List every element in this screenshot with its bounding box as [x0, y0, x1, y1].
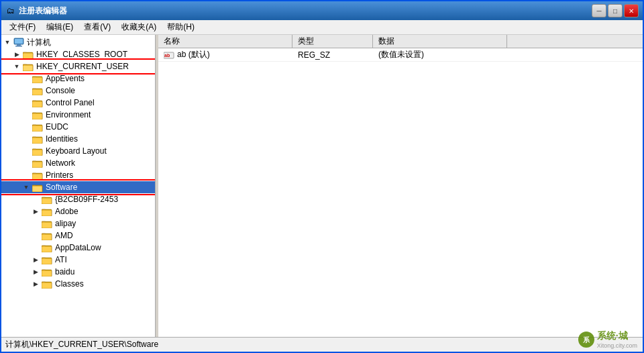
- expand-arrow-computer[interactable]: [3, 38, 12, 47]
- expand-arrow-network[interactable]: [21, 158, 31, 168]
- tree-item-appevents[interactable]: AppEvents: [1, 72, 155, 85]
- svg-rect-50: [42, 222, 52, 228]
- folder-icon-computer: [13, 38, 24, 47]
- expand-arrow-hkey_classes_root[interactable]: [12, 50, 21, 59]
- folder-icon-identities: [32, 134, 43, 144]
- column-header: 名称 类型 数据: [158, 35, 643, 48]
- expand-arrow-appevents[interactable]: [21, 74, 31, 83]
- tree-item-hkey_classes_root[interactable]: HKEY_CLASSES_ROOT: [1, 48, 155, 60]
- expand-arrow-console[interactable]: [21, 86, 31, 95]
- menu-item-h[interactable]: 帮助(H): [162, 20, 200, 34]
- title-bar-buttons: ─ □ ✕: [592, 4, 639, 17]
- expand-arrow-eudc[interactable]: [21, 122, 31, 132]
- minimize-button[interactable]: ─: [592, 4, 606, 17]
- tree-item-network[interactable]: Network: [1, 157, 155, 169]
- tree-item-eudc[interactable]: EUDC: [1, 121, 155, 133]
- folder-icon-appdatalow: [42, 243, 52, 252]
- svg-rect-34: [32, 162, 42, 168]
- folder-icon-hkey_current_user: [23, 62, 34, 71]
- svg-rect-1: [15, 39, 23, 44]
- tree-item-environment[interactable]: Environment: [1, 109, 155, 121]
- col-header-type: 类型: [292, 35, 373, 48]
- tree-label-computer: 计算机: [27, 37, 51, 48]
- svg-rect-10: [23, 66, 32, 70]
- svg-rect-41: [33, 187, 42, 191]
- tree-item-adobe[interactable]: Adobe: [1, 205, 155, 217]
- expand-arrow-environment[interactable]: [21, 110, 31, 119]
- tree-label-ati: ATI: [55, 255, 67, 264]
- col-header-data: 数据: [373, 35, 507, 48]
- cell-type: REG_SZ: [292, 48, 373, 61]
- tree-item-identities[interactable]: Identities: [1, 133, 155, 145]
- registry-tree: 计算机 HKEY_CLASSES_ROOT HKEY_CURRENT_USER …: [1, 35, 155, 291]
- status-bar: 计算机\HKEY_CURRENT_USER\Software: [1, 337, 643, 352]
- tree-item-console[interactable]: Console: [1, 85, 155, 97]
- folder-icon-b2cb09ff: [42, 195, 52, 204]
- svg-rect-3: [15, 46, 22, 47]
- expand-arrow-classes[interactable]: [31, 279, 40, 289]
- tree-item-classes[interactable]: Classes: [1, 278, 155, 290]
- tree-label-baidu: baidu: [55, 267, 74, 276]
- folder-icon-eudc: [32, 122, 43, 132]
- folder-icon-appevents: [32, 74, 43, 83]
- close-button[interactable]: ✕: [624, 4, 639, 17]
- menu-item-f[interactable]: 文件(F): [4, 20, 41, 34]
- maximize-button[interactable]: □: [608, 4, 623, 17]
- folder-icon-environment: [32, 110, 43, 119]
- tree-label-network: Network: [46, 158, 75, 168]
- expand-arrow-baidu[interactable]: [31, 267, 40, 276]
- expand-arrow-amd[interactable]: [31, 231, 40, 240]
- folder-icon-baidu: [42, 267, 52, 276]
- expand-arrow-b2cb09ff[interactable]: [31, 195, 40, 204]
- tree-label-console: Console: [46, 86, 75, 95]
- menu-item-e[interactable]: 编辑(E): [41, 20, 78, 34]
- expand-arrow-alipay[interactable]: [31, 219, 40, 228]
- menu-item-a[interactable]: 收藏夹(A): [116, 20, 162, 34]
- svg-text:ab: ab: [164, 53, 170, 58]
- folder-icon-amd: [42, 231, 52, 240]
- expand-arrow-software[interactable]: [21, 183, 31, 192]
- expand-arrow-hkey_current_user[interactable]: [12, 62, 21, 71]
- data-rows: ab ab (默认)REG_SZ(数值未设置): [158, 48, 643, 62]
- expand-arrow-appdatalow[interactable]: [31, 243, 40, 252]
- expand-arrow-adobe[interactable]: [31, 207, 40, 216]
- tree-item-printers[interactable]: Printers: [1, 169, 155, 181]
- svg-rect-6: [23, 53, 33, 59]
- expand-arrow-printers[interactable]: [21, 170, 31, 180]
- tree-item-appdatalow[interactable]: AppDataLow: [1, 242, 155, 254]
- menu-item-v[interactable]: 查看(V): [78, 20, 116, 34]
- status-path: 计算机\HKEY_CURRENT_USER\Software: [5, 339, 158, 350]
- svg-rect-13: [32, 77, 42, 83]
- tree-label-hkey_current_user: HKEY_CURRENT_USER: [36, 62, 129, 71]
- tree-item-software[interactable]: Software: [1, 181, 155, 193]
- expand-arrow-control_panel[interactable]: [21, 98, 31, 107]
- right-panel: 名称 类型 数据 ab ab (默认)REG_SZ(数值未设置): [158, 35, 643, 337]
- expand-arrow-ati[interactable]: [31, 255, 40, 264]
- tree-label-printers: Printers: [46, 170, 73, 180]
- tree-label-control_panel: Control Panel: [46, 98, 95, 107]
- tree-panel[interactable]: 计算机 HKEY_CLASSES_ROOT HKEY_CURRENT_USER …: [1, 35, 156, 337]
- tree-item-control_panel[interactable]: Control Panel: [1, 97, 155, 109]
- expand-arrow-keyboard_layout[interactable]: [21, 146, 31, 156]
- col-header-name: 名称: [158, 35, 292, 48]
- svg-rect-19: [32, 101, 42, 107]
- folder-icon-alipay: [42, 219, 52, 228]
- tree-item-alipay[interactable]: alipay: [1, 217, 155, 230]
- table-row[interactable]: ab ab (默认)REG_SZ(数值未设置): [158, 48, 643, 62]
- tree-item-keyboard_layout[interactable]: Keyboard Layout: [1, 145, 155, 157]
- svg-rect-28: [32, 138, 42, 144]
- svg-rect-47: [42, 210, 52, 216]
- tree-item-b2cb09ff[interactable]: {B2CB09FF-2453: [1, 193, 155, 205]
- svg-rect-16: [32, 89, 42, 95]
- tree-item-amd[interactable]: AMD: [1, 230, 155, 242]
- tree-item-computer[interactable]: 计算机: [1, 36, 155, 48]
- window-icon: 🗂: [5, 5, 16, 16]
- expand-arrow-identities[interactable]: [21, 134, 31, 144]
- tree-item-hkey_current_user[interactable]: HKEY_CURRENT_USER: [1, 60, 155, 72]
- tree-label-appevents: AppEvents: [46, 74, 85, 83]
- tree-item-ati[interactable]: ATI: [1, 254, 155, 266]
- folder-icon-control_panel: [32, 98, 43, 107]
- svg-rect-37: [32, 174, 42, 180]
- tree-item-baidu[interactable]: baidu: [1, 266, 155, 278]
- tree-label-adobe: Adobe: [55, 207, 78, 216]
